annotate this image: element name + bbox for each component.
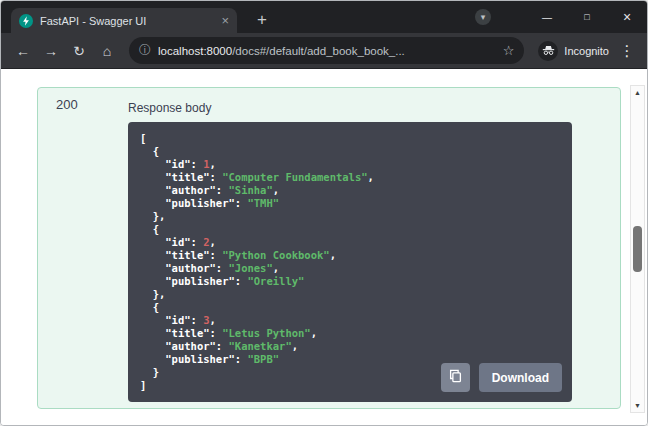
response-body-code: [ { "id": 1, "title": "Computer Fundamen… (140, 132, 572, 392)
incognito-label: Incognito (564, 45, 609, 57)
response-status-code: 200 (56, 97, 78, 112)
tab-close-icon[interactable]: × (221, 14, 229, 27)
scrollbar-thumb[interactable] (633, 226, 642, 272)
page-url: localhost:8000/docs#/default/add_book_bo… (158, 45, 405, 57)
response-body-code-block: [ { "id": 1, "title": "Computer Fundamen… (128, 122, 572, 402)
fastapi-favicon-icon (19, 14, 33, 28)
response-column: Response body [ { "id": 1, "title": "Com… (128, 101, 572, 402)
incognito-icon (538, 41, 558, 61)
url-path: /docs#/default/add_book_book_... (232, 45, 405, 57)
browser-window: FastAPI - Swagger UI × + ▾ — □ × ← → ↻ ⌂… (0, 0, 648, 426)
incognito-badge: Incognito (538, 41, 609, 61)
url-host: localhost:8000 (158, 45, 232, 57)
maximize-button[interactable]: □ (567, 1, 607, 33)
reload-button[interactable]: ↻ (67, 39, 91, 63)
browser-toolbar: ← → ↻ ⌂ ⓘ localhost:8000/docs#/default/a… (1, 33, 647, 69)
minimize-button[interactable]: — (527, 1, 567, 33)
copy-response-button[interactable] (441, 363, 470, 392)
forward-button[interactable]: → (39, 39, 63, 63)
response-section-panel: 200 Response body [ { "id": 1, "title": … (37, 87, 621, 409)
scroll-down-icon[interactable]: ▼ (631, 399, 644, 412)
tab-strip: FastAPI - Swagger UI × + ▾ — □ × (1, 1, 647, 33)
new-tab-button[interactable]: + (249, 7, 275, 33)
page-scrollbar[interactable]: ▲ ▼ (630, 85, 645, 413)
home-button[interactable]: ⌂ (95, 39, 119, 63)
download-response-button[interactable]: Download (479, 363, 562, 392)
page-content: 200 Response body [ { "id": 1, "title": … (1, 69, 647, 425)
window-close-button[interactable]: × (607, 1, 647, 33)
back-button[interactable]: ← (11, 39, 35, 63)
browser-menu-icon[interactable]: ⋮ (617, 39, 637, 63)
tab-title: FastAPI - Swagger UI (40, 15, 214, 27)
arrow-down-circle-icon[interactable]: ▾ (475, 9, 491, 25)
site-info-icon[interactable]: ⓘ (139, 42, 151, 59)
browser-tab[interactable]: FastAPI - Swagger UI × (11, 8, 237, 33)
response-actions: Download (441, 363, 562, 392)
window-controls: — □ × (527, 1, 647, 33)
scroll-up-icon[interactable]: ▲ (631, 86, 644, 99)
address-bar[interactable]: ⓘ localhost:8000/docs#/default/add_book_… (129, 37, 524, 64)
clipboard-icon (448, 368, 463, 387)
response-body-label: Response body (128, 101, 572, 115)
bookmark-star-icon[interactable]: ☆ (503, 43, 515, 58)
